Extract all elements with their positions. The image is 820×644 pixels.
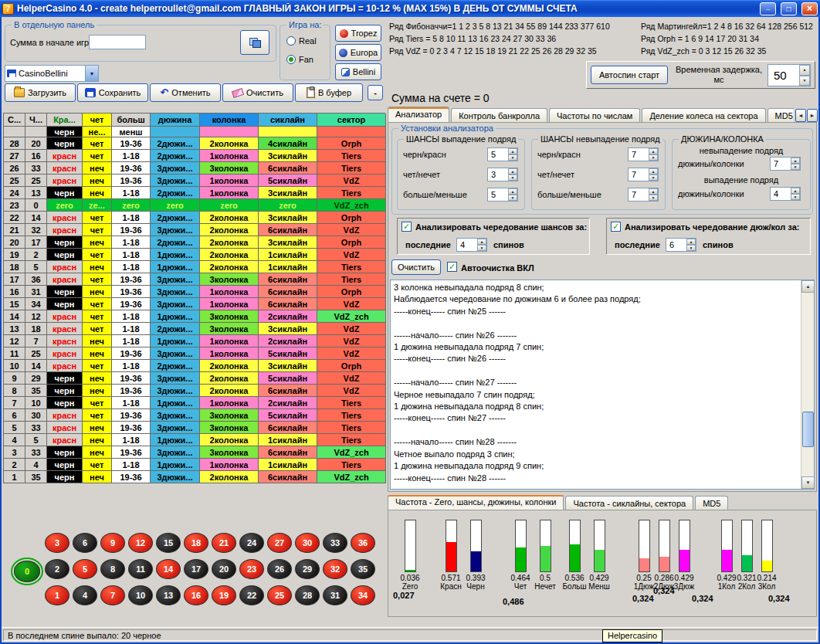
board-number[interactable]: 23 bbox=[239, 559, 264, 579]
board-number[interactable]: 36 bbox=[351, 533, 375, 553]
table-row[interactable]: 2525красннеч19-363дюжи...1колонка5сиклай… bbox=[4, 175, 385, 187]
europa-button[interactable]: Europa bbox=[335, 44, 381, 61]
board-number[interactable]: 6 bbox=[73, 533, 97, 553]
tab-md5[interactable]: MD5 bbox=[695, 496, 728, 510]
black-red-appear-spinner[interactable]: 5 bbox=[487, 147, 518, 161]
minimize-button[interactable] bbox=[760, 2, 776, 15]
tab-частота-сиклайны-сектора[interactable]: Частота - сиклайны, сектора bbox=[565, 496, 693, 510]
maximize-button[interactable] bbox=[781, 2, 797, 15]
board-number[interactable]: 16 bbox=[184, 585, 208, 605]
black-red-notappear-spinner[interactable]: 7 bbox=[628, 147, 659, 161]
board-number[interactable]: 25 bbox=[267, 585, 292, 605]
board-number[interactable]: 27 bbox=[267, 533, 292, 553]
collapse-button[interactable]: - bbox=[368, 85, 383, 100]
table-row[interactable]: 185красннеч1-181дюжи...2колонка1сиклайнT… bbox=[4, 261, 385, 273]
scroll-down-icon[interactable] bbox=[801, 476, 815, 489]
board-number[interactable]: 32 bbox=[323, 559, 347, 579]
board-number[interactable]: 4 bbox=[73, 585, 97, 605]
bellini-button[interactable]: Bellini bbox=[335, 63, 381, 80]
close-button[interactable] bbox=[801, 2, 818, 15]
table-row[interactable]: 1736краснчет19-363дюжи...3колонка6сиклай… bbox=[4, 273, 385, 286]
load-button[interactable]: Загрузить bbox=[5, 83, 76, 102]
table-row[interactable]: 710чернчет1-181дюжи...1колонка2сиклайнTi… bbox=[4, 397, 385, 409]
board-number[interactable]: 19 bbox=[212, 585, 236, 605]
tab-частота-zero-шансы-дюжины-колонки[interactable]: Частота - Zero, шансы, дюжины, колонки bbox=[388, 495, 564, 510]
table-row[interactable]: 630краснчет19-363дюжи...3колонка5сиклайн… bbox=[4, 409, 385, 422]
dozen-col-appear-spinner[interactable]: 4 bbox=[770, 187, 801, 201]
scroll-up-icon[interactable] bbox=[801, 280, 815, 293]
detach-panel-button[interactable] bbox=[240, 30, 269, 55]
history-table[interactable]: С...Ч...Кра...четбольшдюжинаколонкасикла… bbox=[3, 113, 385, 483]
table-row[interactable]: 929черннеч19-363дюжи...2колонка5сиклайнV… bbox=[4, 372, 385, 385]
board-number[interactable]: 35 bbox=[351, 559, 375, 579]
autospin-start-button[interactable]: Автоспин старт bbox=[591, 66, 668, 84]
tab-md5[interactable]: MD5 bbox=[767, 108, 794, 123]
table-row[interactable]: 45красннеч1-181дюжи...2колонка1сиклайнTi… bbox=[4, 434, 385, 446]
autoclear-checkbox[interactable] bbox=[447, 262, 457, 272]
tab-деление-колеса-на-сектора[interactable]: Деление колеса на сектора bbox=[642, 108, 765, 123]
board-number[interactable]: 31 bbox=[323, 585, 347, 605]
clear-log-button[interactable]: Очистить bbox=[391, 259, 441, 275]
table-row[interactable]: 1412краснчет1-181дюжи...3колонка2сиклайн… bbox=[4, 310, 385, 323]
buffer-button[interactable]: В буфер bbox=[295, 83, 363, 102]
table-row[interactable]: 533красннеч19-363дюжи...3колонка6сиклайн… bbox=[4, 422, 385, 434]
spinner-down-icon[interactable] bbox=[799, 76, 810, 86]
scrollbar-thumb[interactable] bbox=[802, 412, 814, 447]
table-row[interactable]: 1534чернчет19-363дюжи...1колонка6сиклайн… bbox=[4, 298, 385, 310]
board-number[interactable]: 10 bbox=[128, 585, 153, 605]
board-number[interactable]: 17 bbox=[184, 559, 208, 579]
radio-real[interactable] bbox=[286, 36, 296, 46]
tab-частоты-по-числам[interactable]: Частоты по числам bbox=[549, 108, 640, 123]
radio-fan[interactable] bbox=[286, 55, 296, 64]
table-row[interactable]: 2820чернчет19-362дюжи...2колонка4сиклайн… bbox=[4, 137, 385, 150]
board-number[interactable]: 1 bbox=[45, 585, 69, 605]
high-low-appear-spinner[interactable]: 5 bbox=[487, 188, 518, 202]
tab-контроль-банкролла[interactable]: Контроль банкролла bbox=[451, 108, 547, 123]
table-row[interactable]: 230zeroze...zerozerozerozeroVdZ_zch bbox=[4, 199, 385, 212]
board-number[interactable]: 26 bbox=[267, 559, 292, 579]
casino-combo[interactable]: CasinoBellini bbox=[5, 65, 99, 82]
table-row[interactable]: 192чернчет1-181дюжи...2колонка1сиклайнVd… bbox=[4, 249, 385, 261]
tabs-scroll-left-icon[interactable] bbox=[795, 109, 806, 122]
dozen-col-notappear-spinner[interactable]: 7 bbox=[770, 157, 801, 171]
board-number[interactable]: 21 bbox=[212, 533, 236, 553]
board-number[interactable]: 7 bbox=[100, 585, 125, 605]
undo-button[interactable]: Отменить bbox=[150, 83, 221, 102]
delay-spinner[interactable]: 50 bbox=[767, 64, 811, 86]
board-number[interactable]: 20 bbox=[212, 559, 236, 579]
alternation-chances-spinner[interactable]: 4 bbox=[456, 238, 487, 252]
table-row[interactable]: 24чернчет1-181дюжи...1колонка1сиклайнTie… bbox=[4, 459, 385, 471]
table-row[interactable]: 2716краснчет1-182дюжи...1колонка3сиклайн… bbox=[4, 150, 385, 162]
tropez-button[interactable]: Tropez bbox=[335, 25, 381, 42]
board-number[interactable]: 30 bbox=[295, 533, 320, 553]
high-low-notappear-spinner[interactable]: 7 bbox=[628, 188, 659, 202]
table-row[interactable]: 2214краснчет1-182дюжи...2колонка3сиклайн… bbox=[4, 212, 385, 224]
even-odd-notappear-spinner[interactable]: 7 bbox=[628, 168, 659, 181]
board-number[interactable]: 3 bbox=[45, 533, 69, 553]
board-number[interactable]: 34 bbox=[351, 585, 375, 605]
table-row[interactable]: 1318краснчет1-182дюжи...3колонка3сиклайн… bbox=[4, 323, 385, 335]
board-number[interactable]: 29 bbox=[295, 559, 320, 579]
table-row[interactable]: 1014краснчет1-182дюжи...2колонка3сиклайн… bbox=[4, 360, 385, 372]
board-number[interactable]: 2 bbox=[45, 559, 69, 579]
board-number[interactable]: 33 bbox=[323, 533, 347, 553]
board-number[interactable]: 28 bbox=[295, 585, 320, 605]
board-number[interactable]: 5 bbox=[73, 559, 97, 579]
table-row[interactable]: 2017черннеч1-182дюжи...2колонка3сиклайнO… bbox=[4, 236, 385, 249]
start-sum-input[interactable] bbox=[89, 35, 146, 49]
tab-анализатор[interactable]: Анализатор bbox=[388, 107, 449, 123]
table-row[interactable]: 333черннеч19-363дюжи...3колонка6сиклайнV… bbox=[4, 446, 385, 459]
table-row[interactable]: 1631черннеч19-363дюжи...1колонка6сиклайн… bbox=[4, 286, 385, 298]
log-scrollbar[interactable] bbox=[801, 280, 814, 489]
board-number[interactable]: 9 bbox=[100, 533, 125, 553]
board-number[interactable]: 13 bbox=[156, 585, 181, 605]
save-button[interactable]: Сохранить bbox=[77, 83, 148, 102]
alternation-dozen-spinner[interactable]: 6 bbox=[666, 238, 696, 252]
even-odd-appear-spinner[interactable]: 3 bbox=[487, 168, 518, 181]
board-number[interactable]: 15 bbox=[156, 533, 181, 553]
spinner-up-icon[interactable] bbox=[799, 65, 810, 76]
table-row[interactable]: 2413черннеч1-182дюжи...1колонка3сиклайнT… bbox=[4, 187, 385, 199]
board-number[interactable]: 12 bbox=[128, 533, 153, 553]
table-row[interactable]: 1125красннеч19-363дюжи...1колонка5сиклай… bbox=[4, 347, 385, 360]
board-number[interactable]: 22 bbox=[239, 585, 264, 605]
